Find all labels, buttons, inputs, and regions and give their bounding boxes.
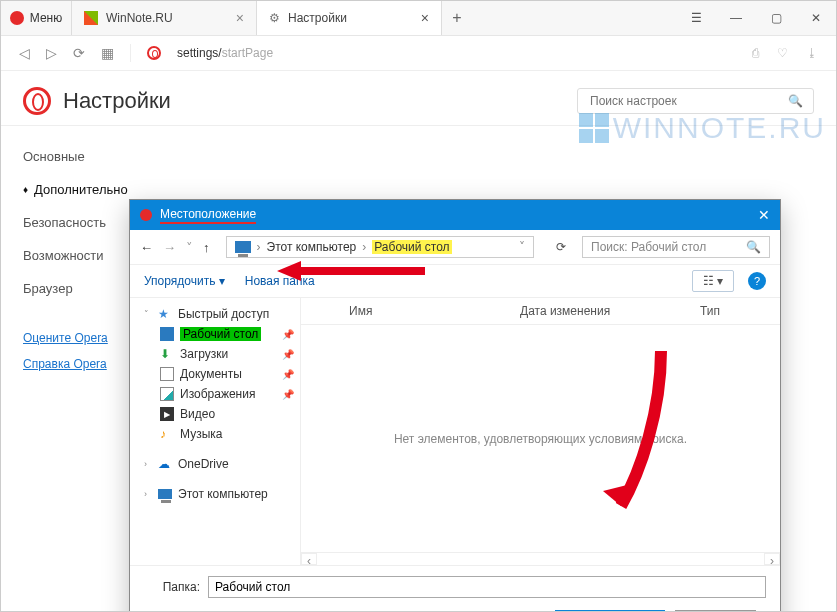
titlebar: Меню WinNote.RU × ⚙ Настройки × + ☰ — ▢ … [1, 1, 836, 36]
pin-icon: 📌 [282, 329, 294, 340]
url-text[interactable]: settings/startPage [177, 46, 273, 60]
tree-images[interactable]: Изображения📌 [130, 384, 300, 404]
opera-icon [10, 11, 24, 25]
crumb-desktop[interactable]: Рабочий стол [372, 240, 451, 254]
tree-documents[interactable]: Документы📌 [130, 364, 300, 384]
maximize-button[interactable]: ▢ [756, 1, 796, 35]
file-list: Имя Дата изменения Тип Нет элементов, уд… [301, 298, 780, 565]
settings-search-input[interactable] [588, 93, 788, 109]
nav-fwd-icon: → [163, 240, 176, 255]
dialog-nav: ← → ˅ ↑ › Этот компьютер › Рабочий стол … [130, 230, 780, 265]
tree-onedrive[interactable]: ›☁OneDrive [130, 454, 300, 474]
tab-label: Настройки [288, 11, 347, 25]
col-date[interactable]: Дата изменения [510, 304, 690, 318]
pin-icon: 📌 [282, 349, 294, 360]
gear-icon: ⚙ [269, 11, 280, 25]
nav-back-icon[interactable]: ← [140, 240, 153, 255]
col-type[interactable]: Тип [690, 304, 780, 318]
dialog-close-button[interactable]: ✕ [758, 207, 770, 223]
speeddial-icon[interactable]: ▦ [101, 45, 114, 61]
search-placeholder: Поиск: Рабочий стол [591, 240, 706, 254]
page-title: Настройки [63, 88, 171, 114]
back-icon[interactable]: ◁ [19, 45, 30, 61]
folder-tree: ˅★Быстрый доступ Рабочий стол📌 ⬇Загрузки… [130, 298, 301, 565]
tab-winnote[interactable]: WinNote.RU × [72, 1, 257, 35]
chevron-icon: › [257, 240, 261, 254]
menu-button[interactable]: Меню [1, 1, 72, 35]
view-mode-button[interactable]: ☷ ▾ [692, 270, 734, 292]
pin-icon: 📌 [282, 369, 294, 380]
tree-downloads[interactable]: ⬇Загрузки📌 [130, 344, 300, 364]
opera-icon [140, 209, 152, 221]
bookmark-icon[interactable]: ♡ [777, 46, 788, 60]
folder-label: Папка: [144, 580, 200, 594]
new-tab-button[interactable]: + [442, 1, 472, 35]
nav-recent-icon[interactable]: ˅ [186, 240, 193, 255]
search-icon: 🔍 [746, 240, 761, 254]
close-window-button[interactable]: ✕ [796, 1, 836, 35]
settings-search[interactable]: 🔍 [577, 88, 814, 114]
crumb-pc[interactable]: Этот компьютер [267, 240, 357, 254]
help-icon[interactable]: ? [748, 272, 766, 290]
pin-icon: 📌 [282, 389, 294, 400]
dialog-search[interactable]: Поиск: Рабочий стол 🔍 [582, 236, 770, 258]
close-tab-icon[interactable]: × [421, 10, 429, 26]
col-name[interactable]: Имя [339, 304, 510, 318]
address-bar: ◁ ▷ ⟳ ▦ settings/startPage ⎙ ♡ ⭳ [1, 36, 836, 71]
tab-settings[interactable]: ⚙ Настройки × [257, 1, 442, 35]
folder-dialog: Местоположение ✕ ← → ˅ ↑ › Этот компьюте… [129, 199, 781, 612]
tree-music[interactable]: ♪Музыка [130, 424, 300, 444]
pc-icon [235, 241, 251, 253]
screenshot-icon[interactable]: ⎙ [752, 46, 759, 60]
chevron-down-icon[interactable]: ˅ [519, 240, 525, 254]
organize-menu[interactable]: Упорядочить ▾ [144, 274, 225, 288]
tree-desktop[interactable]: Рабочий стол📌 [130, 324, 300, 344]
file-empty-msg: Нет элементов, удовлетворяющих условиям … [301, 325, 780, 552]
dialog-toolbar: Упорядочить ▾ Новая папка ☷ ▾ ? [130, 265, 780, 298]
close-tab-icon[interactable]: × [236, 10, 244, 26]
tab-label: WinNote.RU [106, 11, 173, 25]
opera-logo-icon [23, 87, 51, 115]
h-scrollbar[interactable]: ‹› [301, 552, 780, 565]
sidebar-item-basic[interactable]: Основные [23, 140, 163, 173]
divider [1, 125, 836, 126]
favicon-icon [84, 11, 98, 25]
minimize-button[interactable]: — [716, 1, 756, 35]
reload-icon[interactable]: ⟳ [73, 45, 85, 61]
dialog-title: Местоположение [160, 207, 256, 224]
sidebar-toggle-icon[interactable]: ☰ [676, 1, 716, 35]
refresh-icon[interactable]: ⟳ [550, 240, 572, 254]
opera-url-icon [147, 46, 161, 60]
forward-icon: ▷ [46, 45, 57, 61]
download-icon[interactable]: ⭳ [806, 46, 818, 60]
divider [130, 44, 131, 62]
new-folder-button[interactable]: Новая папка [245, 274, 315, 288]
tree-quick-access[interactable]: ˅★Быстрый доступ [130, 304, 300, 324]
nav-up-icon[interactable]: ↑ [203, 240, 210, 255]
tree-video[interactable]: ▶Видео [130, 404, 300, 424]
menu-label: Меню [30, 11, 62, 25]
breadcrumb[interactable]: › Этот компьютер › Рабочий стол ˅ [226, 236, 535, 258]
dialog-titlebar: Местоположение ✕ [130, 200, 780, 230]
search-icon: 🔍 [788, 94, 803, 108]
folder-input[interactable] [208, 576, 766, 598]
file-header: Имя Дата изменения Тип [301, 298, 780, 325]
tree-this-pc[interactable]: ›Этот компьютер [130, 484, 300, 504]
chevron-icon: › [362, 240, 366, 254]
